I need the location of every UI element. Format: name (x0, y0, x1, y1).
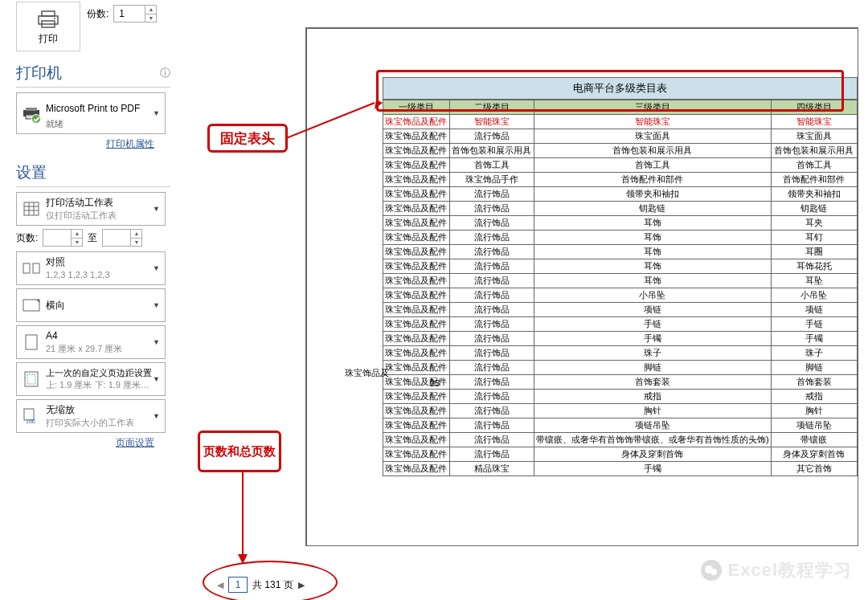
page-to-input[interactable]: ▲▼ (102, 229, 142, 247)
sheets-icon (22, 199, 41, 218)
scaling-icon: 100 (22, 406, 41, 426)
printer-section-title: 打印机 (16, 63, 62, 84)
chevron-down-icon: ▼ (153, 205, 160, 213)
table-row: 珠宝饰品及配件首饰工具首饰工具首饰工具 (383, 158, 858, 173)
watermark: Excel教程学习 (701, 558, 853, 582)
table-row: 珠宝饰品及配件流行饰品耳饰耳饰花托 (383, 259, 858, 274)
copies-label: 份数: (87, 7, 108, 21)
wechat-icon (701, 560, 722, 581)
chevron-down-icon: ▼ (153, 375, 160, 383)
paper-size-select[interactable]: A421 厘米 x 29.7 厘米 ▼ (16, 325, 166, 359)
printer-status: 就绪 (46, 118, 63, 130)
scaling-select[interactable]: 100 无缩放打印实际大小的工作表 ▼ (16, 399, 166, 433)
svg-rect-17 (27, 374, 35, 384)
table-row: 珠宝饰品及配件流行饰品身体及穿刺首饰身体及穿刺首饰 (383, 447, 858, 462)
table-row: 珠宝饰品及配件流行饰品耳饰耳钉 (383, 231, 858, 245)
svg-rect-15 (26, 335, 37, 349)
table-row: 珠宝饰品及配件流行饰品领带夹和袖扣领带夹和袖扣 (383, 187, 858, 202)
svg-line-20 (286, 103, 375, 138)
next-page-icon[interactable]: ▶ (298, 580, 305, 590)
table-row: 珠宝饰品及配件精品珠宝手镯其它首饰 (383, 462, 858, 476)
printer-name: Microsoft Print to PDF (46, 102, 140, 116)
pages-label: 页数: (16, 231, 38, 245)
footer-label: 珠宝饰品及 (345, 367, 389, 379)
table-row: 珠宝饰品及配件流行饰品手链手链 (383, 317, 858, 332)
printer-properties-link[interactable]: 打印机属性 (16, 137, 154, 151)
svg-rect-5 (26, 108, 37, 111)
table-row: 珠宝饰品及配件流行饰品项链吊坠项链吊坠 (383, 418, 858, 433)
table-row: 珠宝饰品及配件流行饰品珠子珠子 (383, 346, 858, 361)
ready-check-icon (31, 114, 41, 124)
table-row: 珠宝饰品及配件珠宝饰品手作首饰配件和部件首饰配件和部件 (383, 173, 858, 187)
svg-rect-1 (42, 11, 55, 16)
settings-section-title: 设置 (16, 162, 170, 183)
table-row: 珠宝饰品及配件首饰包装和展示用具首饰包装和展示用具首饰包装和展示用具 (383, 144, 858, 158)
table-row: 珠宝饰品及配件流行饰品首饰套装首饰套装 (383, 375, 858, 390)
table-row: 珠宝饰品及配件流行饰品小吊坠小吊坠 (383, 288, 858, 303)
paper-icon (22, 333, 41, 352)
table-row: 珠宝饰品及配件流行饰品带镶嵌、或奢华有首饰饰带镶嵌、或奢华有首饰性质的头饰)带镶… (383, 433, 858, 447)
page-navigator[interactable]: ◀ 共 131 页 ▶ (217, 577, 305, 593)
printer-select[interactable]: Microsoft Print to PDF 就绪 ▼ (16, 92, 166, 134)
table-row: 珠宝饰品及配件流行饰品珠宝面具珠宝面具 (383, 129, 858, 144)
footer-count: 25 (430, 378, 440, 388)
print-sheets-select[interactable]: 打印活动工作表仅打印活动工作表 ▼ (16, 192, 166, 226)
margins-icon (22, 369, 41, 389)
table-row: 珠宝饰品及配件流行饰品手镯手镯 (383, 332, 858, 346)
orientation-select[interactable]: 横向 ▼ (16, 288, 166, 322)
svg-marker-23 (238, 554, 248, 564)
chevron-down-icon: ▼ (153, 109, 160, 117)
table-row: 珠宝饰品及配件流行饰品耳饰耳夹 (383, 216, 858, 231)
table-row: 珠宝饰品及配件流行饰品胸针胸针 (383, 404, 858, 418)
svg-text:100: 100 (26, 418, 35, 424)
collate-icon (22, 259, 41, 278)
chevron-down-icon: ▼ (153, 301, 160, 309)
total-pages-label: 共 131 页 (252, 578, 293, 592)
table-row: 珠宝饰品及配件流行饰品钥匙链钥匙链 (383, 202, 858, 216)
callout-header-box (376, 70, 844, 112)
svg-rect-7 (24, 202, 39, 215)
copies-spinner[interactable]: ▲▼ (113, 5, 157, 22)
page-from-input[interactable]: ▲▼ (43, 229, 83, 247)
spin-up-icon[interactable]: ▲ (145, 6, 156, 14)
print-label: 打印 (39, 32, 58, 46)
margins-select[interactable]: 上一次的自定义页边距设置上: 1.9 厘米 下: 1.9 厘米… ▼ (16, 362, 166, 396)
preview-table: 一级类目二级类目三级类目四级类目 珠宝饰品及配件智能珠宝智能珠宝智能珠宝珠宝饰品… (383, 100, 858, 476)
chevron-down-icon: ▼ (153, 338, 160, 346)
table-row: 珠宝饰品及配件智能珠宝智能珠宝智能珠宝 (383, 115, 858, 129)
callout-fixed-header: 固定表头 (207, 124, 288, 153)
svg-point-25 (710, 569, 717, 575)
chevron-down-icon: ▼ (153, 264, 160, 272)
callout-page-count: 页数和总页数 (198, 431, 281, 472)
chevron-down-icon: ▼ (153, 412, 160, 420)
spin-down-icon[interactable]: ▼ (145, 14, 156, 22)
table-row: 珠宝饰品及配件流行饰品戒指戒指 (383, 390, 858, 404)
prev-page-icon[interactable]: ◀ (217, 580, 223, 590)
page-setup-link[interactable]: 页面设置 (16, 436, 154, 450)
current-page-input[interactable] (228, 577, 248, 593)
svg-point-3 (54, 18, 55, 19)
landscape-icon (22, 296, 41, 315)
table-row: 珠宝饰品及配件流行饰品项链项链 (383, 303, 858, 317)
info-icon[interactable]: ⓘ (160, 66, 170, 80)
to-label: 至 (88, 231, 97, 245)
table-row: 珠宝饰品及配件流行饰品耳饰耳圈 (383, 245, 858, 259)
svg-rect-14 (23, 300, 39, 311)
svg-rect-13 (33, 263, 39, 273)
svg-rect-12 (23, 263, 30, 273)
printer-icon (35, 8, 61, 31)
copies-input[interactable] (114, 6, 145, 22)
table-row: 珠宝饰品及配件流行饰品脚链脚链 (383, 361, 858, 375)
print-button[interactable]: 打印 (16, 2, 80, 51)
collate-select[interactable]: 对照1,2,3 1,2,3 1,2,3 ▼ (16, 251, 166, 285)
table-row: 珠宝饰品及配件流行饰品耳饰耳坠 (383, 274, 858, 288)
